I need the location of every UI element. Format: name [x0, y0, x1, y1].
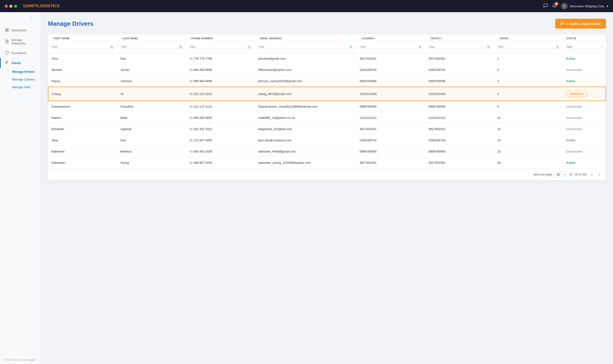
- sidebar-item-label: Manage Shipments: [11, 38, 37, 45]
- filter-truck-input[interactable]: [428, 45, 491, 49]
- table-row[interactable]: Michael Jordan +1 889 889 8899 998michae…: [48, 64, 606, 76]
- table-row[interactable]: John Doe +1 778 778 7788 johndoe@gmail.c…: [48, 53, 606, 64]
- sidebar-toggle[interactable]: ←: [29, 16, 34, 21]
- cell-first-name: Nathaniel: [48, 146, 117, 157]
- cell-phone: +1 112 112 1122: [186, 101, 255, 112]
- cell-truck: 1221431212: [425, 112, 494, 124]
- sidebar-item-manage-shipments[interactable]: Manage Shipments: [0, 35, 41, 48]
- table-row[interactable]: Nathen Malik +1 665 665 6655 malik886_24…: [48, 112, 606, 124]
- table-row[interactable]: Nathaniel Berktiviz +1 665 443 2928 nath…: [48, 146, 606, 157]
- status-badge: Deactivated: [566, 116, 582, 119]
- table-body: John Doe +1 778 778 7788 johndoe@gmail.c…: [48, 53, 606, 169]
- filter-search-icon: 🔍: [418, 45, 421, 48]
- col-truck[interactable]: ↕ TRUCK #: [425, 34, 494, 41]
- tl-red[interactable]: [5, 5, 8, 8]
- shipments-icon: [5, 39, 9, 44]
- cell-status: Deactivate: [563, 87, 606, 101]
- cell-status: Active: [563, 53, 606, 64]
- tl-green[interactable]: [14, 5, 17, 8]
- pagination-info: 26 - 30 of 100: [569, 173, 587, 176]
- cell-license: 1221431212: [356, 112, 425, 124]
- svg-point-10: [7, 62, 8, 63]
- per-page-select[interactable]: 10 25 50 100: [555, 172, 566, 177]
- table-row[interactable]: Sebastian Young +1 998 887 5434 sebastia…: [48, 157, 606, 169]
- cell-email: Subramanium_chaudhry1989@hotmail.com: [255, 101, 356, 112]
- chat-icon[interactable]: [543, 3, 548, 9]
- items-per-page-label: Items per page:: [534, 173, 553, 176]
- sort-icon: ↕: [360, 37, 361, 39]
- cell-last-name: Chaudhry: [117, 101, 186, 112]
- page-title: Manage Drivers: [48, 20, 93, 27]
- cell-truck: 2345189744: [425, 64, 494, 76]
- user-menu[interactable]: Vancouver Shipping Corp. ▾: [561, 3, 608, 9]
- cell-last-name: Young: [117, 157, 186, 169]
- filter-search-icon: 🔍: [349, 45, 352, 48]
- col-phone-number[interactable]: ↕ PHONE NUMBER: [186, 34, 255, 41]
- sort-icon: ↕: [189, 37, 190, 39]
- drivers-table: ↕ FIRST NAME ↕ LAST NAME: [48, 34, 606, 169]
- sidebar-item-label: Dashboard: [12, 28, 26, 32]
- cell-last-name: Agarwal: [117, 124, 186, 135]
- filter-license-input[interactable]: [360, 45, 422, 49]
- col-license[interactable]: ↕ LICENSE #: [356, 34, 425, 41]
- pagination-prev-button[interactable]: ‹: [590, 172, 594, 177]
- cell-license: 1233215439: [356, 87, 425, 101]
- sidebar-item-manage-carriers[interactable]: Manage Carriers: [10, 76, 41, 83]
- cell-email: malik886_24@yahoo.co.ca: [255, 112, 356, 124]
- filter-phone-input[interactable]: [189, 45, 251, 49]
- sidebar-item-exceptions[interactable]: Exceptions: [0, 48, 41, 58]
- pagination-next-button[interactable]: ›: [597, 172, 601, 177]
- filter-last-name-input[interactable]: [120, 45, 183, 49]
- filter-status-select[interactable]: Filter Active Deactivated Invited: [566, 45, 602, 49]
- table-row[interactable]: Nancy Johnson +1 889 889 8899 johnson_na…: [48, 76, 606, 87]
- sidebar-item-dashboard[interactable]: Dashboard: [0, 25, 41, 35]
- main-content: Manage Drivers + Invite a New Driver ↕ F…: [41, 12, 613, 364]
- user-dropdown-icon: ▾: [607, 4, 608, 8]
- items-per-page: Items per page: 10 25 50 100 ▾: [534, 172, 566, 177]
- table-row[interactable]: Subramanium Chaudhry +1 112 112 1122 Sub…: [48, 101, 606, 112]
- sidebar-item-manage-staff[interactable]: Manage Staff: [10, 83, 41, 91]
- svg-point-0: [564, 5, 565, 6]
- admin-label-text: Admin: [12, 61, 21, 65]
- cell-status: Deactivated: [563, 64, 606, 76]
- invite-new-driver-button[interactable]: + Invite a New Driver: [555, 19, 606, 28]
- filter-phone: 🔍: [186, 41, 255, 53]
- cell-truck: 0983256098: [425, 76, 494, 87]
- cell-status: Active: [563, 157, 606, 169]
- cell-last-name: Yo: [117, 87, 186, 101]
- cell-years: 5: [494, 101, 563, 112]
- col-first-name[interactable]: ↕ FIRST NAME: [48, 34, 117, 41]
- filter-email-input[interactable]: [258, 45, 353, 49]
- sort-icon: ↕: [52, 37, 53, 39]
- table-row[interactable]: Jane Doe +1 113 667 4455 jane.doe@compan…: [48, 135, 606, 146]
- filter-first-name: 🔍: [48, 41, 117, 53]
- deactivate-button[interactable]: Deactivate: [566, 91, 587, 97]
- notification-icon[interactable]: 1: [552, 3, 557, 9]
- table-row[interactable]: Chang Yo +1 223 223 2233 chang_8872@ymai…: [48, 87, 606, 101]
- drivers-table-card: ↕ FIRST NAME ↕ LAST NAME: [48, 34, 606, 180]
- cell-license: 3917461001: [356, 157, 425, 169]
- cell-phone: +1 665 443 2928: [186, 146, 255, 157]
- tl-yellow[interactable]: [9, 5, 13, 8]
- col-last-name[interactable]: ↕ LAST NAME: [117, 34, 186, 41]
- notification-badge: 1: [555, 2, 558, 6]
- status-badge: Active: [566, 57, 575, 60]
- filter-first-name-input[interactable]: [52, 45, 114, 49]
- table-row[interactable]: Elizabeth Agarwal +1 332 332 3322 eliaga…: [48, 124, 606, 135]
- cell-status: Deactivated: [563, 124, 606, 135]
- sidebar-item-admin[interactable]: Admin: [0, 58, 41, 68]
- svg-rect-2: [7, 28, 8, 30]
- col-email-address[interactable]: ↕ EMAIL ADDRESS: [255, 34, 356, 41]
- cell-license: 3917461001: [356, 53, 425, 64]
- cell-status: Deactivated: [563, 101, 606, 112]
- sidebar-item-manage-drivers[interactable]: Manage Drivers: [10, 68, 41, 75]
- col-years[interactable]: ↕ YEARS: [494, 34, 563, 41]
- cell-truck: 3917461001: [425, 124, 494, 135]
- filter-years-input[interactable]: [497, 45, 560, 49]
- cell-first-name: Elizabeth: [48, 124, 117, 135]
- cell-first-name: Jane: [48, 135, 117, 146]
- cell-first-name: Chang: [48, 87, 117, 101]
- filter-status: Filter Active Deactivated Invited ▾: [563, 41, 606, 53]
- svg-rect-3: [7, 30, 8, 31]
- table-header-row: ↕ FIRST NAME ↕ LAST NAME: [48, 34, 606, 41]
